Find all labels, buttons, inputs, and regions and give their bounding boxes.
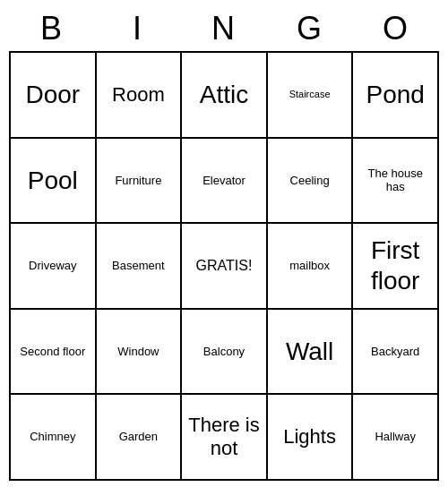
bingo-card: BINGO DoorRoomAtticStaircasePondPoolFurn… [9,6,439,481]
bingo-cell-12[interactable]: GRATIS! [182,224,268,310]
header-letter: N [181,6,267,51]
header-letter: I [95,6,181,51]
bingo-cell-17[interactable]: Balcony [182,310,268,396]
bingo-grid: DoorRoomAtticStaircasePondPoolFurnitureE… [9,51,439,481]
bingo-cell-4[interactable]: Pond [353,53,439,139]
bingo-cell-3[interactable]: Staircase [268,53,354,139]
bingo-cell-15[interactable]: Second floor [11,310,97,396]
bingo-cell-24[interactable]: Hallway [353,395,439,481]
bingo-cell-10[interactable]: Driveway [11,224,97,310]
header-letter: B [9,6,95,51]
header-letter: O [353,6,439,51]
bingo-cell-1[interactable]: Room [97,53,183,139]
header-letter: G [267,6,353,51]
bingo-cell-6[interactable]: Furniture [97,139,183,225]
bingo-cell-23[interactable]: Lights [268,395,354,481]
bingo-cell-18[interactable]: Wall [268,310,354,396]
bingo-cell-21[interactable]: Garden [97,395,183,481]
bingo-cell-14[interactable]: First floor [353,224,439,310]
bingo-cell-8[interactable]: Ceeling [268,139,354,225]
bingo-cell-9[interactable]: The house has [353,139,439,225]
bingo-cell-2[interactable]: Attic [182,53,268,139]
bingo-header: BINGO [9,6,439,51]
bingo-cell-19[interactable]: Backyard [353,310,439,396]
bingo-cell-0[interactable]: Door [11,53,97,139]
bingo-cell-7[interactable]: Elevator [182,139,268,225]
bingo-cell-16[interactable]: Window [97,310,183,396]
bingo-cell-11[interactable]: Basement [97,224,183,310]
bingo-cell-5[interactable]: Pool [11,139,97,225]
bingo-cell-13[interactable]: mailbox [268,224,354,310]
bingo-cell-20[interactable]: Chimney [11,395,97,481]
bingo-cell-22[interactable]: There is not [182,395,268,481]
